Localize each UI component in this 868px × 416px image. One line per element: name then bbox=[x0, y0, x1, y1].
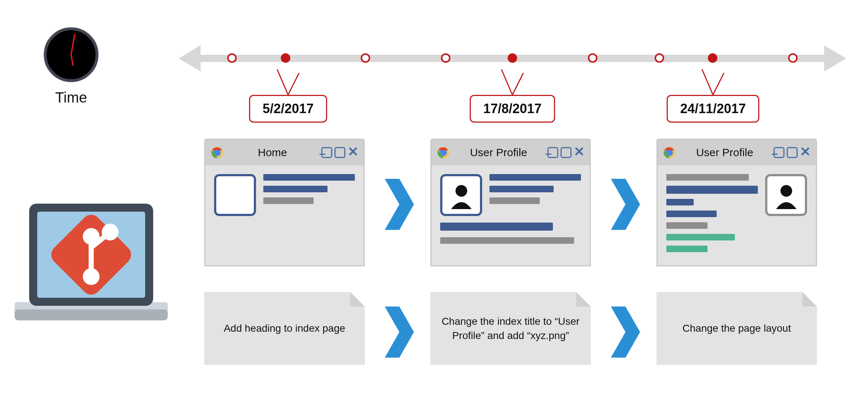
window-controls: ✕ bbox=[774, 147, 811, 158]
commit-note: Add heading to index page bbox=[204, 292, 365, 365]
minimize-icon bbox=[547, 147, 558, 158]
close-icon: ✕ bbox=[348, 147, 359, 158]
chevron-right-icon bbox=[611, 307, 640, 359]
chevron-right-icon bbox=[385, 179, 414, 231]
window-controls: ✕ bbox=[547, 147, 585, 158]
close-icon: ✕ bbox=[574, 147, 585, 158]
date-label: 17/8/2017 bbox=[470, 95, 555, 123]
minimize-icon bbox=[321, 147, 332, 158]
svg-rect-1 bbox=[15, 309, 168, 320]
browser-icon bbox=[437, 146, 450, 159]
maximize-icon bbox=[561, 147, 571, 158]
window-title: User Profile bbox=[679, 146, 770, 159]
svg-point-8 bbox=[85, 271, 97, 282]
clock-block: Time bbox=[44, 27, 98, 106]
timeline-arrow-left-icon bbox=[179, 45, 201, 72]
window-controls: ✕ bbox=[321, 147, 359, 158]
chevron-right-icon bbox=[385, 307, 414, 359]
browser-icon bbox=[663, 146, 676, 159]
snapshot-window: Home ✕ bbox=[204, 139, 365, 266]
date-callout: 5/2/2017 bbox=[249, 95, 327, 123]
date-callout: 24/11/2017 bbox=[667, 95, 759, 123]
svg-point-17 bbox=[780, 185, 792, 197]
date-label: 24/11/2017 bbox=[667, 95, 759, 123]
maximize-icon bbox=[787, 147, 798, 158]
browser-icon bbox=[210, 146, 224, 159]
commit-note: Change the index title to “User Profile”… bbox=[430, 292, 591, 365]
window-title: User Profile bbox=[453, 146, 544, 159]
clock-icon bbox=[44, 27, 98, 82]
laptop-git-icon bbox=[15, 204, 168, 326]
window-title: Home bbox=[227, 146, 318, 159]
snapshot-window: User Profile ✕ bbox=[656, 139, 817, 266]
maximize-icon bbox=[334, 147, 345, 158]
snapshot-window: User Profile ✕ bbox=[430, 139, 591, 266]
svg-point-7 bbox=[85, 231, 97, 242]
svg-point-14 bbox=[456, 185, 467, 197]
minimize-icon bbox=[774, 147, 784, 158]
timeline bbox=[179, 38, 846, 71]
svg-point-9 bbox=[104, 226, 116, 238]
date-label: 5/2/2017 bbox=[249, 95, 327, 123]
timeline-arrow-right-icon bbox=[824, 45, 846, 72]
avatar-icon bbox=[765, 174, 807, 216]
date-callout: 17/8/2017 bbox=[470, 95, 555, 123]
image-placeholder-icon bbox=[214, 174, 256, 216]
avatar-icon bbox=[440, 174, 482, 216]
close-icon: ✕ bbox=[800, 147, 811, 158]
clock-label: Time bbox=[44, 89, 98, 106]
chevron-right-icon bbox=[611, 179, 640, 231]
commit-note: Change the page layout bbox=[656, 292, 817, 365]
